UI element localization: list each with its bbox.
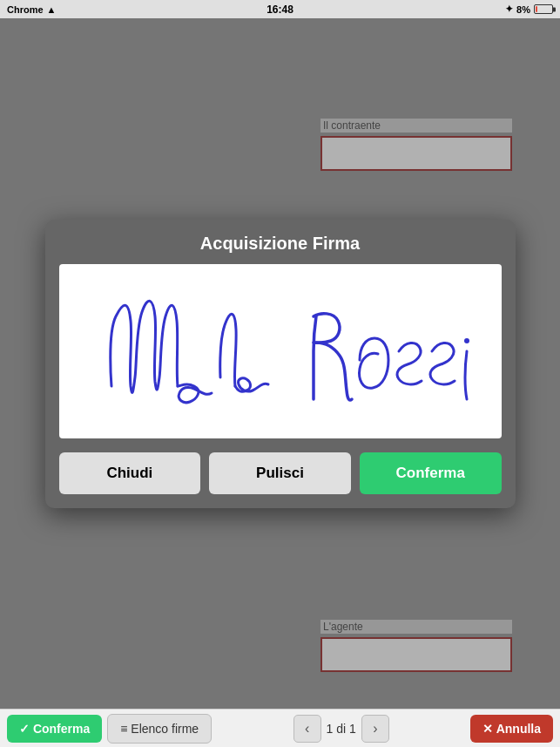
prev-page-button[interactable]: ‹ [293,715,321,743]
next-page-button[interactable]: › [361,715,389,743]
signature-svg [59,264,502,438]
pagination: ‹ 1 di 1 › [293,715,389,743]
conferma-bottom-label: ✓ Conferma [19,722,90,736]
prev-icon: ‹ [305,721,309,737]
signature-canvas[interactable] [59,264,502,438]
app-name: Chrome [7,4,44,15]
status-bar: Chrome ▲ 16:48 ✦ 8% [0,0,560,18]
status-right: ✦ 8% [505,3,553,15]
page-info: 1 di 1 [327,722,356,736]
pulisci-button[interactable]: Pulisci [209,452,351,494]
status-time: 16:48 [267,3,293,16]
next-icon: › [373,721,377,737]
bluetooth-icon: ✦ [505,3,513,15]
battery-percent: 8% [516,4,530,15]
wifi-icon: ▲ [47,4,57,15]
conferma-modal-button[interactable]: Conferma [360,452,502,494]
annulla-button[interactable]: ✕ Annulla [470,715,553,743]
modal-title: Acquisizione Firma [200,234,360,253]
battery-indicator [534,4,553,14]
conferma-bottom-button[interactable]: ✓ Conferma [7,715,102,743]
modal-buttons: Chiudi Pulisci Conferma [59,452,502,494]
status-left: Chrome ▲ [7,4,56,15]
annulla-label: ✕ Annulla [482,722,541,736]
modal-overlay: Acquisizione Firma [0,18,560,709]
bottom-toolbar: ✓ Conferma ≡ Elenco firme ‹ 1 di 1 › ✕ A… [0,709,560,747]
svg-point-0 [464,338,469,343]
modal-header: Acquisizione Firma [45,220,516,264]
firma-modal: Acquisizione Firma [45,220,516,508]
elenco-label: ≡ Elenco firme [120,722,199,736]
chiudi-button[interactable]: Chiudi [59,452,201,494]
elenco-firme-button[interactable]: ≡ Elenco firme [107,714,212,744]
main-content: Il contraente Il contraente L'agente Acq… [0,18,560,709]
